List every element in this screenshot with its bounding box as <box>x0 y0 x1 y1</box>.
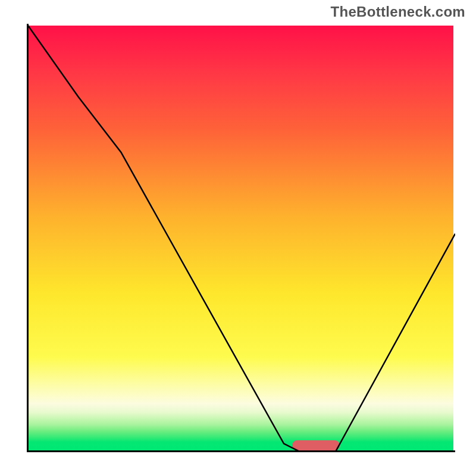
watermark-label: TheBottleneck.com <box>331 4 465 20</box>
axis-left <box>27 24 29 452</box>
chart-area <box>27 24 455 452</box>
axis-bottom <box>27 450 455 452</box>
bottleneck-curve <box>27 24 455 452</box>
